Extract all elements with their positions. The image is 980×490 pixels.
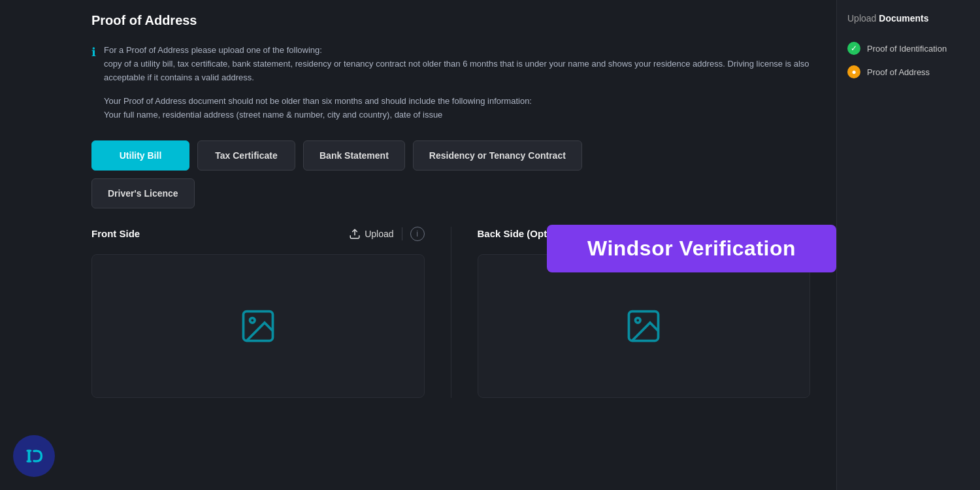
- front-side-header: Front Side Upload i: [91, 227, 425, 241]
- svg-point-2: [250, 318, 255, 323]
- main-container: Proof of Address ℹ For a Proof of Addres…: [0, 0, 980, 490]
- doc-type-tax-certificate[interactable]: Tax Certificate: [197, 140, 295, 171]
- front-upload-actions: Upload i: [349, 227, 424, 241]
- front-dropzone[interactable]: [91, 254, 425, 398]
- sidebar-item-address: ● Proof of Address: [847, 60, 970, 84]
- doc-type-residency-tenancy[interactable]: Residency or Tenancy Contract: [413, 140, 582, 171]
- info-line4: Your full name, residential address (str…: [104, 110, 442, 120]
- front-image-placeholder-icon: [238, 306, 278, 346]
- doc-types-row-1: Utility Bill Tax Certificate Bank Statem…: [91, 140, 810, 171]
- right-sidebar: Upload Documents ✓ Proof of Identificati…: [836, 0, 980, 490]
- info-circle-icon: ℹ: [91, 45, 96, 122]
- info-box: ℹ For a Proof of Address please upload o…: [91, 44, 810, 122]
- sidebar-item-address-label: Proof of Address: [867, 67, 930, 77]
- upload-icon: [349, 228, 361, 240]
- doc-type-bank-statement[interactable]: Bank Statement: [303, 140, 405, 171]
- doc-type-drivers-licence[interactable]: Driver's Licence: [91, 178, 195, 208]
- front-upload-button[interactable]: Upload: [349, 228, 393, 240]
- bottom-logo: [13, 435, 55, 477]
- front-side-label: Front Side: [91, 228, 140, 239]
- front-upload-label: Upload: [365, 229, 393, 239]
- svg-rect-9: [27, 461, 32, 463]
- info-line3: Your Proof of Address document should no…: [104, 96, 532, 106]
- svg-rect-6: [22, 444, 46, 468]
- svg-point-5: [636, 318, 641, 323]
- sidebar-item-identification: ✓ Proof of Identification: [847, 37, 970, 60]
- divider: [402, 227, 402, 240]
- sidebar-title: Upload Documents: [847, 13, 970, 24]
- back-image-placeholder-icon: [624, 306, 663, 346]
- doc-type-utility-bill[interactable]: Utility Bill: [91, 140, 189, 171]
- complete-icon: ✓: [847, 42, 860, 55]
- info-line2: copy of a utility bill, tax certificate,…: [104, 59, 809, 82]
- doc-types-row-2: Driver's Licence: [91, 178, 810, 208]
- info-line1: For a Proof of Address please upload one…: [104, 45, 322, 55]
- front-info-button[interactable]: i: [410, 227, 425, 241]
- info-text: For a Proof of Address please upload one…: [104, 44, 810, 122]
- sidebar-title-bold: Documents: [879, 13, 928, 24]
- sidebar-item-identification-label: Proof of Identification: [867, 44, 947, 54]
- back-dropzone[interactable]: [478, 254, 811, 398]
- ic-logo-icon: [22, 444, 46, 468]
- svg-rect-8: [27, 450, 32, 452]
- windsor-verification-badge: Windsor Verification: [547, 225, 836, 272]
- front-side-col: Front Side Upload i: [91, 227, 451, 398]
- pending-icon: ●: [847, 65, 860, 78]
- page-title: Proof of Address: [91, 13, 810, 28]
